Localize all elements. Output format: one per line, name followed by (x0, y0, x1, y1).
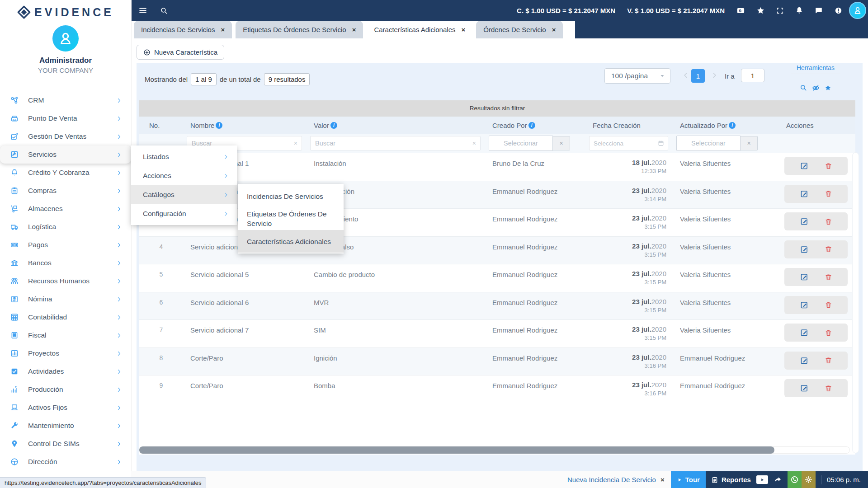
column-header-valor[interactable]: Valori (307, 117, 485, 134)
info-icon[interactable]: i (330, 122, 337, 129)
info-icon[interactable]: i (528, 122, 535, 129)
column-header-creado-por[interactable]: Creado Pori (485, 117, 585, 134)
settings-button[interactable] (802, 471, 816, 488)
settings-badge-icon[interactable] (834, 6, 843, 15)
sidebar-item-produccion[interactable]: Producción (0, 380, 131, 399)
edit-icon[interactable] (800, 301, 808, 309)
edit-icon[interactable] (800, 384, 808, 392)
clear-icon[interactable]: × (294, 140, 297, 147)
actualizado-por-clear-button[interactable]: × (741, 136, 758, 150)
sidebar-item-fiscal[interactable]: Fiscal (0, 326, 131, 344)
page-number-button[interactable]: 1 (691, 69, 705, 83)
sidebar-item-control-de-sims[interactable]: Control De SIMs (0, 435, 131, 453)
tour-button[interactable]: Tour (671, 471, 706, 488)
edit-icon[interactable] (800, 273, 808, 281)
close-icon[interactable]: × (352, 26, 356, 33)
user-avatar[interactable] (52, 25, 79, 52)
new-characteristic-button[interactable]: Nueva Característica (137, 45, 224, 60)
delete-trash-icon[interactable] (825, 162, 832, 170)
delete-trash-icon[interactable] (825, 273, 832, 281)
sidebar-item-credito-y-cobranza[interactable]: Crédito Y Cobranza (0, 164, 131, 182)
sidebar-item-crm[interactable]: CRM (0, 91, 131, 109)
info-icon[interactable]: i (729, 122, 736, 129)
video-play-button[interactable] (756, 475, 768, 484)
tab-caracteristicas-adicionales[interactable]: Características Adicionales× (367, 21, 472, 38)
edit-icon[interactable] (800, 328, 808, 337)
close-icon[interactable]: × (552, 26, 556, 33)
nueva-incidencia-link[interactable]: Nueva Incidencia De Servicio (567, 476, 656, 483)
sidebar-item-contabilidad[interactable]: Contabilidad (0, 308, 131, 326)
table-row[interactable]: 8 Corte/Paro Ignición Emmanuel Rodriguez… (139, 347, 855, 375)
fullscreen-icon[interactable] (776, 7, 784, 14)
horizontal-scrollbar-thumb[interactable] (139, 446, 774, 454)
sidebar-item-bancos[interactable]: Bancos (0, 254, 131, 272)
actualizado-por-select[interactable]: Seleccionar (676, 136, 741, 151)
currency-settings-icon[interactable]: $: (736, 6, 745, 15)
sidebar-item-almacenes[interactable]: Almacenes (0, 200, 131, 218)
fecha-date-input[interactable]: Selecciona (589, 136, 668, 150)
table-row[interactable]: 9 Corte/Paro Bomba Emmanuel Rodriguez 23… (139, 375, 855, 403)
horizontal-scrollbar[interactable] (139, 446, 850, 454)
submenu-item-etiquetas-de-ordenes-de-servicio[interactable]: Etiquetas De Órdenes De Servicio (238, 207, 344, 230)
submenu-item-caracteristicas-adicionales[interactable]: Características Adicionales (238, 230, 344, 253)
delete-trash-icon[interactable] (825, 218, 832, 225)
sidebar-item-activos-fijos[interactable]: Activos Fijos (0, 399, 131, 417)
delete-trash-icon[interactable] (825, 301, 832, 309)
column-header-no[interactable]: No. (139, 117, 183, 134)
clear-icon[interactable]: × (472, 140, 476, 147)
sidebar-item-punto-de-venta[interactable]: Punto De Venta (0, 109, 131, 127)
delete-trash-icon[interactable] (825, 357, 832, 364)
per-page-select[interactable]: 100 /pagina (604, 68, 670, 84)
sidebar-item-proyectos[interactable]: Proyectos (0, 344, 131, 362)
menu-item-acciones[interactable]: Acciones (131, 166, 237, 185)
zoom-search-icon[interactable] (800, 74, 807, 102)
hamburger-menu-icon[interactable] (138, 6, 147, 15)
tab-etiquetas-de-ordenes-de-servicio[interactable]: Etiquetas De Órdenes De Servicio× (236, 21, 363, 38)
menu-item-configuracion[interactable]: Configuración (131, 204, 237, 223)
close-icon[interactable]: × (660, 476, 665, 483)
table-row[interactable]: 6 Servicio adicional 6 MVR Emmanuel Rodr… (139, 292, 855, 320)
vertical-scrollbar[interactable] (853, 153, 859, 453)
table-row[interactable]: 5 Servicio adicional 5 Cambio de product… (139, 264, 855, 292)
delete-trash-icon[interactable] (825, 329, 832, 337)
table-row[interactable]: 7 Servicio adicional 7 SIM Emmanuel Rodr… (139, 319, 855, 347)
edit-icon[interactable] (800, 162, 808, 170)
creado-por-clear-button[interactable]: × (553, 136, 570, 150)
edit-icon[interactable] (800, 245, 808, 253)
sidebar-item-logistica[interactable]: Logística (0, 218, 131, 236)
column-header-actualizado-por[interactable]: Actualizado Pori (673, 117, 779, 134)
close-icon[interactable]: × (221, 26, 225, 33)
delete-trash-icon[interactable] (825, 385, 832, 392)
notifications-bell-icon[interactable] (795, 6, 803, 14)
delete-trash-icon[interactable] (825, 245, 832, 253)
submenu-item-incidencias-de-servicios[interactable]: Incidencias De Servicios (238, 185, 344, 207)
sidebar-item-compras[interactable]: Compras (0, 182, 131, 200)
creado-por-select[interactable]: Seleccionar (489, 136, 553, 151)
share-icon[interactable] (774, 475, 782, 484)
chat-icon[interactable] (815, 6, 823, 14)
sidebar-item-mantenimiento[interactable]: Mantenimiento (0, 417, 131, 435)
prev-page-icon[interactable] (682, 72, 689, 79)
table-row[interactable]: 1 Servicio adicional 1 Instalación Bruno… (139, 153, 855, 181)
sidebar-item-direccion[interactable]: Dirección (0, 453, 131, 471)
search-icon[interactable] (160, 7, 168, 14)
next-page-icon[interactable] (711, 72, 718, 79)
edit-icon[interactable] (800, 357, 808, 365)
reportes-button[interactable]: Reportes (722, 476, 751, 483)
edit-icon[interactable] (800, 190, 808, 198)
sidebar-item-recursos-humanos[interactable]: Recursos Humanos (0, 272, 131, 290)
topbar-user-avatar[interactable] (849, 2, 866, 19)
delete-trash-icon[interactable] (825, 190, 832, 197)
favorite-star-icon[interactable] (825, 74, 831, 102)
sidebar-item-gestion-de-ventas[interactable]: Gestión De Ventas (0, 127, 131, 145)
sidebar-item-servicios[interactable]: Servicios (0, 145, 131, 164)
whatsapp-button[interactable] (788, 471, 802, 488)
column-header-nombre[interactable]: Nombrei (183, 117, 307, 134)
info-icon[interactable]: i (216, 122, 222, 129)
edit-icon[interactable] (800, 217, 808, 225)
goto-page-input[interactable] (741, 69, 764, 82)
column-header-acciones[interactable]: Acciones (779, 117, 855, 134)
close-icon[interactable]: × (461, 26, 465, 33)
hide-columns-eye-icon[interactable] (812, 74, 820, 102)
tab-ordenes-de-servicio[interactable]: Órdenes De Servicio× (476, 21, 563, 38)
